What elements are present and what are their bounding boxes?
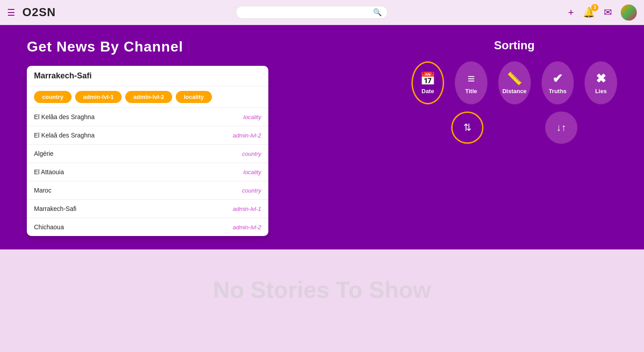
app-logo: O2SN bbox=[22, 5, 56, 19]
filter-admin-lvl-2[interactable]: admin-lvl-2 bbox=[125, 91, 172, 103]
sort-date-button[interactable]: 📅 Date bbox=[411, 61, 444, 104]
channel-dropdown: Marrakech-Safi country admin-lvl-1 admin… bbox=[27, 66, 268, 236]
result-item[interactable]: Algérie country bbox=[27, 144, 268, 163]
sort-title-label: Title bbox=[465, 88, 477, 94]
notification-badge: 3 bbox=[591, 4, 598, 11]
page-title: Get News By Channel bbox=[27, 39, 394, 55]
result-item[interactable]: Maroc country bbox=[27, 181, 268, 199]
sorting-row-1: 📅 Date ≡ Title 📏 Distance ✔ Truths ✖ Lie… bbox=[411, 61, 617, 104]
avatar[interactable] bbox=[621, 4, 637, 21]
result-item[interactable]: El Kelâa des Sraghna locality bbox=[27, 107, 268, 126]
sort-truths-label: Truths bbox=[549, 88, 567, 94]
sort-date-label: Date bbox=[422, 88, 434, 94]
sorting-row-2: ⇅ ↓↑ bbox=[411, 112, 617, 144]
sort-truths-button[interactable]: ✔ Truths bbox=[542, 61, 574, 104]
dropdown-value[interactable]: Marrakech-Safi bbox=[34, 71, 261, 81]
filter-buttons: country admin-lvl-1 admin-lvl-2 locality bbox=[27, 86, 268, 107]
search-bar: 🔍 bbox=[236, 6, 388, 19]
result-item[interactable]: El Attaouia locality bbox=[27, 163, 268, 181]
sorting-title: Sorting bbox=[411, 39, 617, 52]
mail-icon[interactable]: ✉ bbox=[604, 7, 612, 18]
sort-lies-label: Lies bbox=[595, 88, 607, 94]
hamburger-icon[interactable]: ☰ bbox=[7, 7, 15, 18]
distance-icon: 📏 bbox=[507, 71, 522, 86]
search-icon: 🔍 bbox=[373, 8, 382, 17]
main-content: Get News By Channel Marrakech-Safi count… bbox=[0, 25, 644, 249]
dropdown-input-row: Marrakech-Safi bbox=[27, 66, 268, 86]
result-item[interactable]: Chichaoua admin-lvl-2 bbox=[27, 218, 268, 236]
sort-lies-button[interactable]: ✖ Lies bbox=[585, 61, 617, 104]
lies-icon: ✖ bbox=[596, 71, 606, 86]
sort-title-button[interactable]: ≡ Title bbox=[455, 61, 487, 104]
search-input[interactable] bbox=[242, 9, 373, 16]
title-icon: ≡ bbox=[467, 72, 475, 86]
sort-desc-icon: ↓↑ bbox=[556, 122, 566, 133]
navbar-actions: + 🔔 3 ✉ bbox=[568, 4, 637, 21]
sort-asc-button[interactable]: ⇅ bbox=[451, 112, 483, 144]
truths-icon: ✔ bbox=[552, 71, 563, 86]
result-item[interactable]: El Kelaâ des Sraghna admin-lvl-2 bbox=[27, 126, 268, 144]
notification-icon[interactable]: 🔔 3 bbox=[583, 7, 595, 18]
filter-country[interactable]: country bbox=[34, 91, 72, 103]
sort-distance-label: Distance bbox=[502, 88, 526, 94]
result-list: El Kelâa des Sraghna locality El Kelaâ d… bbox=[27, 107, 268, 236]
filter-admin-lvl-1[interactable]: admin-lvl-1 bbox=[75, 91, 122, 103]
sort-distance-button[interactable]: 📏 Distance bbox=[498, 61, 531, 104]
filter-locality[interactable]: locality bbox=[176, 91, 212, 103]
sort-asc-icon: ⇅ bbox=[463, 122, 471, 133]
sort-desc-button[interactable]: ↓↑ bbox=[545, 112, 577, 144]
no-stories-text: No Stories To Show bbox=[0, 249, 644, 330]
result-item[interactable]: Marrakech-Safi admin-lvl-1 bbox=[27, 199, 268, 218]
sorting-section: Sorting 📅 Date ≡ Title 📏 Distance ✔ Trut… bbox=[411, 39, 617, 236]
date-icon: 📅 bbox=[420, 71, 436, 86]
left-section: Get News By Channel Marrakech-Safi count… bbox=[27, 39, 394, 236]
navbar: ☰ O2SN 🔍 + 🔔 3 ✉ bbox=[0, 0, 644, 25]
add-icon[interactable]: + bbox=[568, 7, 574, 18]
